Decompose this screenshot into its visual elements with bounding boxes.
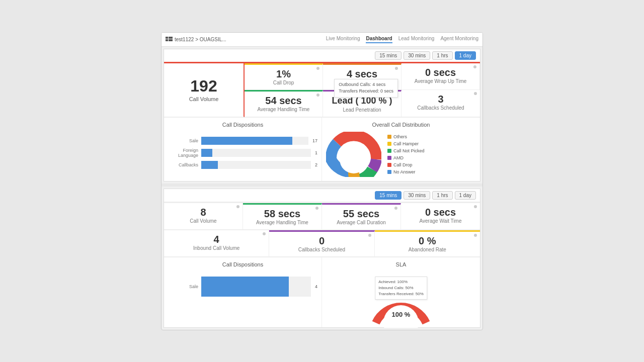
bar-chart-1: Sale 17 Foreign Language 1: [168, 132, 317, 174]
nav-bar: test1122 > OUAGSIL... Live Monitoring Da…: [162, 33, 482, 47]
avg-wrap-label: Average Wrap Up Time: [408, 78, 473, 84]
legend-label-amd: AMD: [393, 155, 404, 160]
dot-icon: [394, 207, 397, 210]
legend-label-no-answer: No Answer: [393, 169, 416, 174]
s2-inbound-label: Inbound Call Volume: [170, 245, 263, 251]
nav-left: test1122 > OUAGSIL...: [166, 37, 226, 42]
legend-label-others: Others: [393, 134, 407, 139]
dot-icon: [316, 94, 319, 97]
time-btn-30m[interactable]: 30 mins: [404, 51, 430, 60]
call-drop-value: 1%: [251, 69, 316, 79]
chart-title-dispositions-1: Call Dispositions: [168, 122, 317, 128]
nav-links: Live Monitoring Dashboard Lead Monitorin…: [326, 36, 478, 43]
sla-container: Achieved: 100% Inbound Calls: 50% Transf…: [326, 272, 476, 323]
legend-no-answer: No Answer: [387, 169, 425, 174]
bar-label-callbacks: Callbacks: [168, 162, 198, 167]
call-dispositions-panel-1: Call Dispositions Sale 17 Foreign Langua…: [164, 118, 322, 181]
call-volume-label: Call Volume: [189, 96, 219, 102]
section-divider: [162, 184, 482, 187]
dot-icon: [474, 205, 477, 208]
dot-icon: [474, 92, 477, 95]
legend-dot-others: [387, 135, 391, 139]
tooltip-line-2: Transfers Received: 0 secs: [339, 88, 393, 95]
sla-panel: SLA Achieved: 100% Inbound Calls: 50% Tr…: [322, 257, 480, 327]
legend-others: Others: [387, 134, 425, 139]
legend-dot-drop: [387, 163, 391, 167]
avg-handling-value: 54 secs: [251, 96, 316, 106]
call-volume-value: 192: [190, 78, 217, 94]
time-btn2-1h[interactable]: 1 hrs: [432, 191, 452, 200]
callbacks-label: Callbacks Scheduled: [408, 105, 474, 111]
bar-row-foreign: Foreign Language 1: [168, 148, 317, 158]
stats-grid-2a: 8 Call Volume 58 secs Average Handling T…: [164, 202, 480, 230]
legend-call-not-picked: Call Not Picked: [387, 148, 425, 153]
bar-track-foreign: [201, 149, 311, 157]
svg-rect-1: [169, 37, 173, 39]
s2-call-volume-cell: 8 Call Volume: [164, 203, 243, 230]
stats-grid-2b: 4 Inbound Call Volume 0 Callbacks Schedu…: [164, 230, 480, 257]
avg-handling-label: Average Handling Time: [251, 107, 316, 112]
legend-label-hamper: Call Hamper: [393, 141, 419, 146]
s2-duration-label: Average Call Duration: [328, 220, 394, 225]
avg-handling-cell: 54 secs Average Handling Time: [245, 90, 323, 117]
avg-wrap-cell: 0 secs Average Wrap Up Time: [401, 63, 480, 90]
call-volume-cell: 192 Call Volume: [164, 63, 245, 117]
s2-call-volume-label: Call Volume: [170, 218, 236, 224]
charts-row-2: Call Dispositions Sale 4 SLA Achi: [164, 257, 480, 327]
bar-track-callbacks: [201, 161, 311, 169]
s2-callbacks2-value: 0: [275, 236, 368, 246]
nav-agent-monitoring[interactable]: Agent Monitoring: [440, 36, 478, 43]
legend-dot-amd: [387, 156, 391, 160]
distribution-legend: Others Call Hamper Call Not Picked: [387, 134, 425, 174]
bar-value-sale: 17: [312, 138, 317, 143]
s2-handling-value: 58 secs: [249, 209, 315, 219]
nav-dashboard[interactable]: Dashboard: [366, 36, 392, 43]
time-filter-1: 15 mins 30 mins 1 hrs 1 day: [164, 49, 480, 62]
tooltip-line-1: Outbound Calls: 4 secs: [339, 81, 393, 88]
time-btn2-30m[interactable]: 30 mins: [404, 191, 430, 200]
bar-row-sale: Sale 17: [168, 137, 317, 145]
legend-call-hamper: Call Hamper: [387, 141, 425, 146]
time-btn2-1d[interactable]: 1 day: [455, 191, 476, 200]
svg-rect-2: [166, 39, 168, 41]
chart-title-dispositions-2: Call Dispositions: [168, 261, 317, 267]
dot-icon: [473, 65, 476, 68]
nav-live-monitoring[interactable]: Live Monitoring: [326, 36, 360, 43]
main-container: test1122 > OUAGSIL... Live Monitoring Da…: [161, 32, 483, 330]
dot-icon: [368, 234, 371, 237]
bar-label-foreign: Foreign Language: [168, 148, 198, 158]
time-btn2-15m[interactable]: 15 mins: [375, 191, 401, 200]
time-btn-1d[interactable]: 1 day: [455, 51, 476, 60]
bar-chart-2: Sale 4: [168, 272, 317, 302]
overall-distribution-panel: Overall Call Distribution: [322, 118, 480, 181]
dot-icon: [263, 232, 266, 235]
svg-rect-3: [169, 39, 173, 41]
s2-callbacks2-label: Callbacks Scheduled: [275, 247, 368, 252]
legend-dot-hamper: [387, 142, 391, 146]
sla-tooltip: Achieved: 100% Inbound Calls: 50% Transf…: [375, 277, 427, 300]
chart-title-distribution: Overall Call Distribution: [326, 122, 476, 128]
sla-tooltip-3: Transfers Received: 50%: [378, 291, 424, 297]
bar-fill-foreign: [201, 149, 212, 157]
callbacks-cell: 3 Callbacks Scheduled: [401, 90, 480, 117]
s2-abandoned-cell: 0 % Abandoned Rate: [375, 230, 480, 257]
bar-row-callbacks: Callbacks 2: [168, 161, 317, 169]
s2-handling-label: Average Handling Time: [249, 220, 315, 225]
legend-call-drop: Call Drop: [387, 162, 425, 167]
charts-row-1: Call Dispositions Sale 17 Foreign Langua…: [164, 117, 480, 181]
bar-value-sale-2: 4: [315, 284, 317, 289]
s2-abandoned-value: 0 %: [381, 236, 474, 246]
sla-tooltip-2: Inbound Calls: 50%: [378, 285, 424, 291]
nav-lead-monitoring[interactable]: Lead Monitoring: [398, 36, 435, 43]
section1: 15 mins 30 mins 1 hrs 1 day 192 Call Vol…: [164, 49, 480, 182]
s2-wait-cell: 0 secs Average Wait Time: [401, 203, 480, 230]
svg-rect-0: [166, 37, 168, 39]
stats-grid-1: 192 Call Volume 1% Call Drop 4 secs Aver…: [164, 62, 480, 117]
avg-wrap-value: 0 secs: [408, 67, 473, 77]
callbacks-value: 3: [408, 94, 474, 104]
sla-title: SLA: [326, 261, 476, 267]
grid-icon: [166, 37, 173, 42]
bar-value-foreign: 1: [315, 150, 317, 155]
time-btn-15m[interactable]: 15 mins: [375, 51, 401, 60]
time-btn-1h[interactable]: 1 hrs: [432, 51, 452, 60]
